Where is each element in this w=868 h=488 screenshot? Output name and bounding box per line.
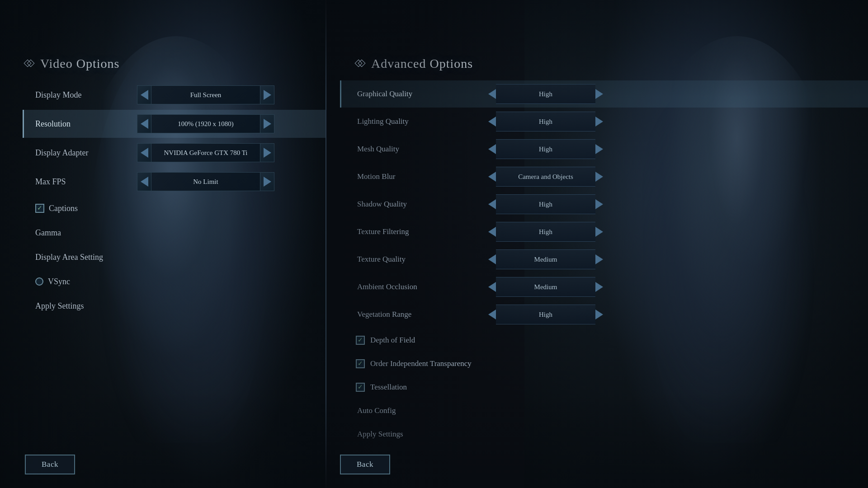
vsync-radio[interactable]	[35, 277, 43, 286]
texture-filtering-label: Texture Filtering	[357, 227, 484, 236]
mesh-quality-right-arrow[interactable]	[595, 144, 603, 154]
texture-quality-value: Medium	[496, 249, 595, 269]
captions-item[interactable]: Captions	[23, 197, 326, 220]
display-mode-value: Full Screen	[151, 85, 260, 104]
diamond-icon-left	[25, 59, 34, 68]
display-area-setting-item[interactable]: Display Area Setting	[23, 245, 326, 269]
ambient-occlusion-left-arrow[interactable]	[488, 282, 496, 292]
display-adapter-right-arrow-icon	[264, 148, 271, 158]
max-fps-selector: No Limit	[137, 172, 274, 191]
shadow-quality-left-arrow[interactable]	[488, 199, 496, 209]
graphical-quality-value: High	[496, 84, 595, 104]
back-button-left[interactable]: Back	[25, 455, 75, 474]
display-adapter-left-arrow[interactable]	[137, 143, 151, 162]
video-options-panel: Video Options Display Mode Full Screen R…	[0, 0, 326, 488]
ambient-occlusion-item[interactable]: Ambient Occlusion Medium	[340, 273, 868, 300]
vegetation-range-item[interactable]: Vegetation Range High	[340, 301, 868, 328]
graphical-quality-left-arrow[interactable]	[488, 89, 496, 99]
lighting-quality-label: Lighting Quality	[357, 117, 484, 126]
display-mode-left-arrow-icon	[141, 90, 148, 100]
texture-filtering-left-arrow[interactable]	[488, 227, 496, 237]
gamma-label: Gamma	[35, 228, 135, 238]
depth-of-field-checkbox[interactable]	[356, 336, 365, 345]
advanced-options-panel: Advanced Options Graphical Quality High …	[326, 0, 868, 488]
ambient-occlusion-right-arrow[interactable]	[595, 282, 603, 292]
motion-blur-left-arrow[interactable]	[488, 172, 496, 182]
depth-of-field-label: Depth of Field	[370, 336, 415, 345]
auto-config-item[interactable]: Auto Config	[340, 399, 868, 422]
texture-quality-label: Texture Quality	[357, 255, 484, 264]
texture-quality-left-arrow[interactable]	[488, 254, 496, 264]
resolution-left-arrow[interactable]	[137, 114, 151, 133]
display-mode-left-arrow[interactable]	[137, 85, 151, 104]
apply-settings-right-item[interactable]: Apply Settings	[340, 422, 868, 446]
order-independent-transparency-checkbox[interactable]	[356, 359, 365, 368]
max-fps-label: Max FPS	[35, 177, 135, 187]
mesh-quality-left-arrow[interactable]	[488, 144, 496, 154]
order-independent-transparency-item[interactable]: Order Independent Transparency	[340, 352, 868, 375]
max-fps-right-arrow[interactable]	[260, 172, 274, 191]
graphical-quality-label: Graphical Quality	[357, 89, 484, 99]
mesh-quality-value: High	[496, 139, 595, 159]
shadow-quality-label: Shadow Quality	[357, 200, 484, 209]
video-options-title: Video Options	[40, 56, 119, 71]
tessellation-item[interactable]: Tessellation	[340, 375, 868, 399]
display-mode-right-arrow-icon	[264, 90, 271, 100]
lighting-quality-selector: High	[488, 112, 603, 131]
vsync-item[interactable]: VSync	[23, 270, 326, 293]
texture-quality-selector: Medium	[488, 249, 603, 269]
display-mode-right-arrow[interactable]	[260, 85, 274, 104]
vegetation-range-right-arrow[interactable]	[595, 310, 603, 319]
display-adapter-value: NVIDIA GeForce GTX 780 Ti	[151, 143, 260, 162]
diamond-icon-right	[356, 59, 365, 68]
vegetation-range-left-arrow[interactable]	[488, 310, 496, 319]
apply-settings-right-label: Apply Settings	[357, 430, 403, 439]
display-mode-item[interactable]: Display Mode Full Screen	[23, 81, 326, 109]
video-options-header: Video Options	[0, 0, 326, 80]
auto-config-label: Auto Config	[357, 406, 396, 415]
display-mode-label: Display Mode	[35, 90, 135, 100]
max-fps-right-arrow-icon	[264, 177, 271, 187]
graphical-quality-item[interactable]: Graphical Quality High	[340, 80, 868, 108]
texture-filtering-item[interactable]: Texture Filtering High	[340, 218, 868, 245]
shadow-quality-item[interactable]: Shadow Quality High	[340, 191, 868, 218]
advanced-settings-list: Graphical Quality High Lighting Quality …	[326, 80, 868, 446]
lighting-quality-item[interactable]: Lighting Quality High	[340, 108, 868, 135]
shadow-quality-selector: High	[488, 194, 603, 214]
display-adapter-item[interactable]: Display Adapter NVIDIA GeForce GTX 780 T…	[23, 139, 326, 167]
max-fps-left-arrow[interactable]	[137, 172, 151, 191]
graphical-quality-right-arrow[interactable]	[595, 89, 603, 99]
advanced-options-header: Advanced Options	[326, 0, 868, 80]
mesh-quality-label: Mesh Quality	[357, 145, 484, 154]
depth-of-field-item[interactable]: Depth of Field	[340, 328, 868, 352]
display-adapter-label: Display Adapter	[35, 148, 135, 158]
vegetation-range-selector: High	[488, 305, 603, 324]
max-fps-item[interactable]: Max FPS No Limit	[23, 168, 326, 196]
texture-filtering-selector: High	[488, 222, 603, 242]
back-button-right[interactable]: Back	[340, 455, 390, 474]
lighting-quality-left-arrow[interactable]	[488, 117, 496, 127]
mesh-quality-item[interactable]: Mesh Quality High	[340, 136, 868, 163]
texture-quality-right-arrow[interactable]	[595, 254, 603, 264]
vsync-radio-wrap: VSync	[35, 277, 70, 286]
lighting-quality-right-arrow[interactable]	[595, 117, 603, 127]
display-area-setting-label: Display Area Setting	[35, 253, 135, 262]
apply-settings-left-item[interactable]: Apply Settings	[23, 294, 326, 318]
resolution-item[interactable]: Resolution 100% (868 x 488)	[23, 110, 326, 138]
captions-checkbox[interactable]	[35, 204, 44, 213]
texture-quality-item[interactable]: Texture Quality Medium	[340, 246, 868, 273]
tessellation-checkbox[interactable]	[356, 383, 365, 392]
advanced-options-title: Advanced Options	[371, 56, 473, 71]
tessellation-label: Tessellation	[370, 383, 407, 392]
texture-filtering-right-arrow[interactable]	[595, 227, 603, 237]
resolution-right-arrow[interactable]	[260, 114, 274, 133]
apply-settings-left-label: Apply Settings	[35, 301, 135, 311]
gamma-item[interactable]: Gamma	[23, 221, 326, 244]
resolution-value: 100% (868 x 488)	[151, 114, 260, 133]
shadow-quality-right-arrow[interactable]	[595, 199, 603, 209]
display-adapter-right-arrow[interactable]	[260, 143, 274, 162]
display-adapter-selector: NVIDIA GeForce GTX 780 Ti	[137, 143, 274, 162]
ambient-occlusion-selector: Medium	[488, 277, 603, 297]
motion-blur-right-arrow[interactable]	[595, 172, 603, 182]
motion-blur-item[interactable]: Motion Blur Camera and Objects	[340, 163, 868, 190]
